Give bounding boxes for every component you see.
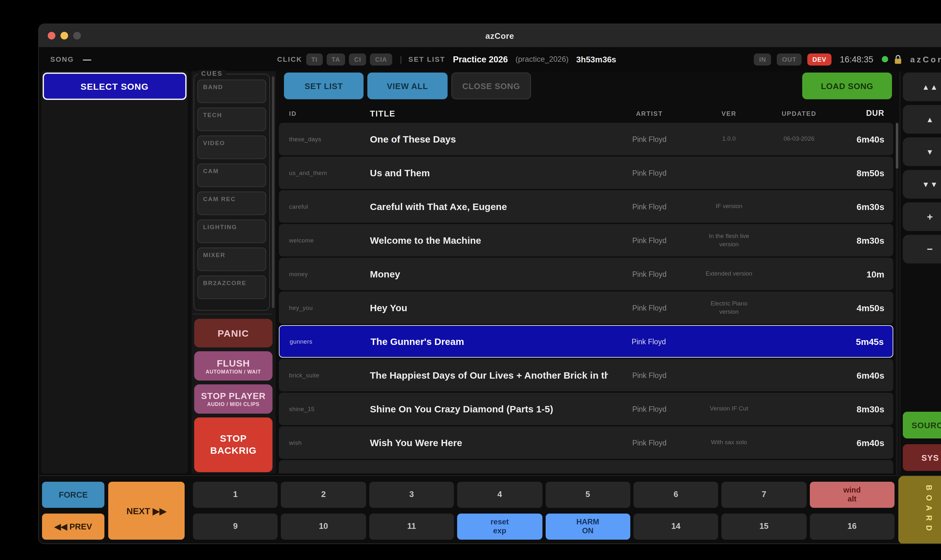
- cue-slot-br2azcore[interactable]: BR2AZCORE: [197, 275, 266, 299]
- bottom-bar: FORCE ◀◀ PREV NEXT ▶▶ 1234567windalt9101…: [39, 475, 941, 543]
- column-header-artist: ARTIST: [608, 110, 691, 117]
- maximize-window-button[interactable]: [73, 32, 81, 40]
- song-row[interactable]: these_days One of These Days Pink Floyd …: [279, 123, 893, 155]
- keypad-button-wind-alt[interactable]: windalt: [810, 482, 895, 508]
- song-duration: 8m30s: [831, 404, 884, 414]
- song-title: Us and Them: [370, 168, 608, 178]
- cue-slot-cam-rec[interactable]: CAM REC: [197, 192, 266, 215]
- source-button[interactable]: SOURCE: [903, 412, 941, 438]
- flush-button[interactable]: FLUSH AUTOMATION / WAIT: [194, 351, 273, 380]
- cue-slot-video[interactable]: VIDEO: [197, 135, 266, 159]
- song-version: With sax solo: [711, 439, 747, 447]
- column-header-dur: DUR: [831, 109, 884, 118]
- brand-label: azCore: [910, 54, 941, 64]
- scroll-up-button[interactable]: ▲: [903, 105, 941, 134]
- minus-button[interactable]: −: [903, 235, 941, 263]
- song-duration: 10m15s: [831, 471, 884, 474]
- view-all-tab[interactable]: VIEW ALL: [367, 72, 448, 99]
- keypad-button-harm-on[interactable]: HARMON: [545, 514, 630, 540]
- keypad-button-1[interactable]: 1: [193, 482, 278, 508]
- keypad-button-2[interactable]: 2: [281, 482, 366, 508]
- cue-slot-tech[interactable]: TECH: [197, 108, 266, 131]
- song-title: The Happiest Days of Our Lives + Another…: [370, 370, 608, 380]
- title-bar: azCore: [39, 24, 941, 47]
- stop-player-title: STOP PLAYER: [201, 391, 266, 401]
- song-duration: 5m45s: [830, 336, 884, 346]
- song-row[interactable]: shine_15 Shine On You Crazy Diamond (Par…: [279, 392, 893, 425]
- column-header-updated: UPDATED: [767, 110, 831, 117]
- prev-button[interactable]: ◀◀ PREV: [42, 514, 105, 540]
- keypad-button-3[interactable]: 3: [369, 482, 454, 508]
- midi-in-indicator[interactable]: IN: [754, 53, 771, 65]
- set-list-tab[interactable]: SET LIST: [284, 72, 363, 99]
- song-updated: 06-03-2026: [767, 135, 831, 143]
- song-title: Money: [370, 269, 608, 279]
- song-row[interactable]: us_and_them Us and Them Pink Floyd 8m50s: [279, 157, 893, 189]
- keypad-button-reset-exp[interactable]: resetexp: [457, 514, 542, 540]
- panic-button[interactable]: PANIC: [194, 319, 273, 348]
- keypad-button-11[interactable]: 11: [369, 514, 454, 540]
- stop-player-button[interactable]: STOP PLAYER AUDIO / MIDI CLIPS: [194, 385, 273, 414]
- scroll-down-fast-button[interactable]: ▼▼: [903, 170, 941, 198]
- dev-mode-badge[interactable]: DEV: [807, 53, 832, 65]
- scrollbar-thumb[interactable]: [896, 123, 898, 169]
- board-panel[interactable]: BOARD: [898, 476, 941, 544]
- song-row[interactable]: sorrow Sorrow Pink Floyd 10m15s: [279, 460, 893, 474]
- click-ta-button[interactable]: TA: [326, 53, 345, 65]
- song-label: SONG: [50, 55, 74, 63]
- song-id: these_days: [289, 135, 370, 143]
- force-button[interactable]: FORCE: [42, 482, 105, 508]
- midi-out-indicator[interactable]: OUT: [777, 53, 802, 65]
- close-window-button[interactable]: [48, 32, 55, 40]
- keypad-button-10[interactable]: 10: [281, 514, 366, 540]
- song-duration: 4m50s: [831, 303, 884, 313]
- window-title: azCore: [39, 31, 941, 40]
- song-row[interactable]: gunners The Gunner's Dream Pink Floyd 5m…: [279, 325, 893, 358]
- sys-button[interactable]: SYS: [903, 444, 941, 471]
- cue-slot-mixer[interactable]: MIXER: [197, 248, 266, 271]
- song-duration: 6m30s: [831, 202, 884, 212]
- traffic-lights: [48, 32, 81, 40]
- song-row[interactable]: hey_you Hey You Pink Floyd Electric Pian…: [279, 291, 893, 324]
- scroll-down-button[interactable]: ▼: [903, 137, 941, 166]
- cues-panel: CUES BAND TECH VIDEO CAM CAM REC LIGHTIN…: [192, 71, 276, 474]
- cue-slot-lighting[interactable]: LIGHTING: [197, 220, 266, 243]
- song-id: money: [289, 271, 370, 277]
- click-cia-button[interactable]: CIA: [370, 53, 392, 65]
- song-row[interactable]: welcome Welcome to the Machine Pink Floy…: [279, 224, 893, 257]
- cues-scrollbar[interactable]: [272, 76, 274, 308]
- click-ti-button[interactable]: TI: [306, 53, 323, 65]
- screen: azCore SONG — CLICK TI TA CI CIA | SET L…: [0, 0, 941, 560]
- status-dot: [881, 56, 888, 62]
- stop-backrig-button[interactable]: STOP BACKRIG: [194, 417, 273, 472]
- plus-button[interactable]: +: [903, 202, 941, 231]
- keypad-button-5[interactable]: 5: [545, 482, 630, 508]
- load-song-button[interactable]: LOAD SONG: [802, 72, 892, 99]
- next-button[interactable]: NEXT ▶▶: [108, 482, 185, 540]
- song-artist: Pink Floyd: [608, 439, 691, 446]
- keypad-button-6[interactable]: 6: [633, 482, 718, 508]
- keypad-button-7[interactable]: 7: [722, 482, 807, 508]
- select-song-button[interactable]: SELECT SONG: [43, 72, 186, 100]
- cue-slot-cam[interactable]: CAM: [197, 163, 266, 187]
- close-song-button[interactable]: CLOSE SONG: [451, 72, 531, 99]
- song-list-scrollbar[interactable]: [896, 123, 898, 475]
- cue-slot-band[interactable]: BAND: [197, 80, 266, 103]
- keypad-button-9[interactable]: 9: [193, 514, 278, 540]
- keypad-button-15[interactable]: 15: [722, 514, 807, 540]
- keypad-button-14[interactable]: 14: [633, 514, 718, 540]
- keypad-button-4[interactable]: 4: [457, 482, 542, 508]
- stop-backrig-line2: BACKRIG: [210, 445, 257, 457]
- song-version: IF version: [716, 203, 742, 211]
- song-version: Version IF Cut: [710, 405, 748, 413]
- keypad-button-16[interactable]: 16: [810, 514, 895, 540]
- minimize-window-button[interactable]: [60, 32, 68, 40]
- setlist-label: SET LIST: [408, 55, 445, 63]
- song-row[interactable]: careful Careful with That Axe, Eugene Pi…: [279, 190, 893, 223]
- click-group: CLICK TI TA CI CIA: [277, 53, 392, 65]
- song-row[interactable]: money Money Pink Floyd Extended version …: [279, 258, 893, 290]
- song-row[interactable]: brick_suite The Happiest Days of Our Liv…: [279, 359, 893, 391]
- click-ci-button[interactable]: CI: [349, 53, 367, 65]
- scroll-up-fast-button[interactable]: ▲▲: [903, 72, 941, 101]
- song-row[interactable]: wish Wish You Were Here Pink Floyd With …: [279, 426, 893, 459]
